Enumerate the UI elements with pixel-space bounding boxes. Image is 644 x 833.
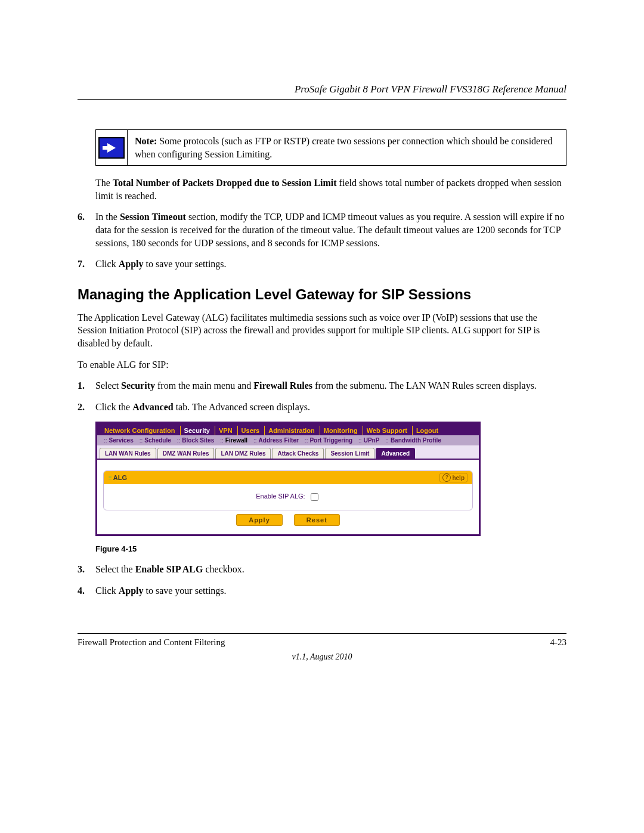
sub-tab-bandwidth-profile[interactable]: Bandwidth Profile [382, 437, 444, 444]
alg-panel: ≡ ALG ? help Enable SIP ALG: [103, 470, 473, 510]
lead-in: To enable ALG for SIP: [78, 358, 566, 371]
footer-line: Firewall Protection and Content Filterin… [78, 637, 566, 648]
grip-icon: ≡ [109, 475, 111, 481]
reset-button[interactable]: Reset [294, 514, 340, 526]
step-number: 2. [78, 401, 95, 414]
step-number: 6. [78, 210, 95, 249]
footer-chapter: Firewall Protection and Content Filterin… [78, 637, 225, 648]
step-7: 7. Click Apply to save your settings. [78, 258, 566, 271]
bold-span: Apply [119, 586, 144, 596]
para-total-packets: The Total Number of Packets Dropped due … [95, 176, 566, 202]
bold-span: Firewall Rules [253, 380, 312, 391]
help-link[interactable]: ? help [439, 473, 467, 482]
page-tab-attack-checks[interactable]: Attack Checks [272, 448, 324, 459]
doc-header-title: ProSafe Gigabit 8 Port VPN Firewall FVS3… [78, 83, 566, 95]
text-span: Select [95, 380, 121, 391]
footer-page: 4-23 [550, 637, 567, 648]
note-body: Some protocols (such as FTP or RSTP) cre… [135, 136, 553, 159]
help-icon: ? [442, 473, 451, 482]
page-tab-advanced[interactable]: Advanced [376, 448, 415, 459]
bold-span: Session Timeout [120, 212, 186, 222]
step-number: 1. [78, 379, 95, 392]
step-body: Select Security from the main menu and F… [95, 379, 566, 392]
help-label: help [452, 475, 465, 481]
main-tab-vpn[interactable]: VPN [215, 426, 236, 435]
page-tabs: LAN WAN RulesDMZ WAN RulesLAN DMZ RulesA… [97, 445, 479, 460]
bold-span: Enable SIP ALG [135, 564, 203, 574]
step-number: 7. [78, 258, 95, 271]
footer-rule [78, 633, 566, 634]
note-label: Note: [135, 136, 157, 146]
text-span: Click the [95, 402, 132, 412]
sub-tab-firewall[interactable]: Firewall [217, 437, 250, 444]
text-span: to save your settings. [143, 259, 226, 269]
note-box: Note: Some protocols (such as FTP or RST… [95, 129, 566, 166]
sip-step-3: 3. Select the Enable SIP ALG checkbox. [78, 563, 566, 576]
step-6: 6. In the Session Timeout section, modif… [78, 210, 566, 249]
main-tab-administration[interactable]: Administration [264, 426, 318, 435]
main-tab-web-support[interactable]: Web Support [363, 426, 411, 435]
sub-tab-upnp[interactable]: UPnP [355, 437, 382, 444]
main-nav-tabs: Network ConfigurationSecurityVPNUsersAdm… [97, 423, 479, 435]
text-span: from the main menu and [155, 380, 253, 391]
note-icon-cell [96, 130, 128, 165]
text-span: from the submenu. The LAN WAN Rules scre… [312, 380, 537, 391]
panel-header: ≡ ALG ? help [104, 471, 472, 484]
sip-step-2: 2. Click the Advanced tab. The Advanced … [78, 401, 566, 414]
apply-button[interactable]: Apply [236, 514, 283, 526]
text-span: checkbox. [203, 564, 244, 574]
text-span: Select the [95, 564, 135, 574]
figure-caption: Figure 4-15 [95, 544, 566, 553]
bold-span: Apply [119, 259, 144, 269]
panel-body: ≡ ALG ? help Enable SIP ALG: Appl [97, 460, 479, 534]
page-tab-lan-wan-rules[interactable]: LAN WAN Rules [100, 448, 156, 459]
page-tab-lan-dmz-rules[interactable]: LAN DMZ Rules [215, 448, 271, 459]
screenshot-advanced-alg: Network ConfigurationSecurityVPNUsersAdm… [95, 422, 481, 536]
sub-tab-schedule[interactable]: Schedule [137, 437, 174, 444]
sub-tab-block-sites[interactable]: Block Sites [174, 437, 217, 444]
step-body: Click Apply to save your settings. [95, 584, 566, 597]
step-number: 4. [78, 584, 95, 597]
main-tab-users[interactable]: Users [237, 426, 264, 435]
text-span: Click [95, 586, 119, 596]
note-text: Note: Some protocols (such as FTP or RST… [128, 130, 566, 165]
enable-sip-alg-checkbox[interactable] [311, 493, 318, 501]
bold-span: Security [121, 380, 155, 391]
section-heading: Managing the Application Level Gateway f… [78, 286, 566, 303]
bold-span: Advanced [132, 402, 173, 412]
enable-sip-alg-label: Enable SIP ALG: [256, 493, 305, 500]
footer-version: v1.1, August 2010 [78, 652, 566, 662]
bold-span: Total Number of Packets Dropped due to S… [113, 178, 337, 188]
enable-sip-alg-row: Enable SIP ALG: [104, 484, 472, 510]
sip-step-4: 4. Click Apply to save your settings. [78, 584, 566, 597]
step-body: Click Apply to save your settings. [95, 258, 566, 271]
panel-title: ALG [113, 474, 127, 481]
text-span: to save your settings. [143, 586, 226, 596]
main-tab-monitoring[interactable]: Monitoring [320, 426, 361, 435]
main-tab-security[interactable]: Security [180, 426, 213, 435]
text-span: Click [95, 259, 119, 269]
text-span: tab. The Advanced screen displays. [174, 402, 310, 412]
page-tab-session-limit[interactable]: Session Limit [325, 448, 374, 459]
step-number: 3. [78, 563, 95, 576]
step-body: Click the Advanced tab. The Advanced scr… [95, 401, 566, 414]
text-span: The [95, 178, 113, 188]
text-span: In the [95, 212, 120, 222]
arrow-right-icon [98, 137, 125, 159]
button-row: Apply Reset [103, 510, 473, 527]
main-tab-logout[interactable]: Logout [412, 426, 442, 435]
sub-tab-port-triggering[interactable]: Port Triggering [302, 437, 355, 444]
sip-step-1: 1. Select Security from the main menu an… [78, 379, 566, 392]
page-tab-dmz-wan-rules[interactable]: DMZ WAN Rules [157, 448, 215, 459]
sub-tab-address-filter[interactable]: Address Filter [250, 437, 302, 444]
main-tab-network-configuration[interactable]: Network Configuration [101, 426, 179, 435]
header-rule [78, 99, 566, 100]
intro-paragraph: The Application Level Gateway (ALG) faci… [78, 311, 566, 350]
step-body: Select the Enable SIP ALG checkbox. [95, 563, 566, 576]
sub-nav-tabs: ServicesScheduleBlock SitesFirewallAddre… [97, 435, 479, 445]
step-body: In the Session Timeout section, modify t… [95, 210, 566, 249]
figure-4-15: Network ConfigurationSecurityVPNUsersAdm… [95, 422, 566, 553]
sub-tab-services[interactable]: Services [101, 437, 137, 444]
